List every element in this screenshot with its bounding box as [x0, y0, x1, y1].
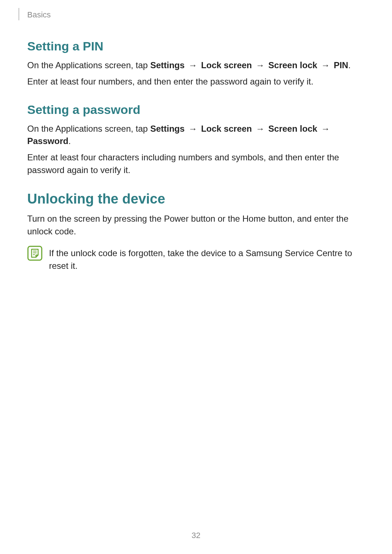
page-number: 32: [0, 531, 392, 540]
arrow-icon: →: [185, 60, 201, 70]
pin-intro-text: On the Applications screen, tap: [27, 60, 150, 70]
pin-instruction-path: On the Applications screen, tap Settings…: [27, 59, 365, 72]
password-intro-text: On the Applications screen, tap: [27, 124, 150, 134]
arrow-icon: →: [252, 60, 268, 70]
pin-path-pin: PIN: [334, 60, 348, 70]
heading-setting-pin: Setting a PIN: [27, 39, 365, 53]
period: .: [68, 136, 71, 146]
password-path-lockscreen: Lock screen: [201, 124, 252, 134]
header-divider: [19, 8, 19, 20]
password-path-settings: Settings: [150, 124, 185, 134]
note-text: If the unlock code is forgotten, take th…: [49, 245, 365, 272]
pin-path-screenlock: Screen lock: [268, 60, 317, 70]
note-block: If the unlock code is forgotten, take th…: [27, 245, 365, 272]
note-icon: [27, 246, 42, 261]
arrow-icon: →: [317, 124, 331, 134]
arrow-icon: →: [185, 124, 201, 134]
unlock-instruction: Turn on the screen by pressing the Power…: [27, 213, 365, 238]
pin-instruction-verify: Enter at least four numbers, and then en…: [27, 75, 365, 88]
password-instruction-verify: Enter at least four characters including…: [27, 151, 365, 177]
heading-unlocking-device: Unlocking the device: [27, 191, 365, 207]
pin-path-lockscreen: Lock screen: [201, 60, 252, 70]
pin-path-settings: Settings: [150, 60, 185, 70]
arrow-icon: →: [317, 60, 334, 70]
heading-setting-password: Setting a password: [27, 103, 365, 117]
breadcrumb: Basics: [27, 10, 51, 20]
password-path-screenlock: Screen lock: [268, 124, 317, 134]
period: .: [348, 60, 351, 70]
password-instruction-path: On the Applications screen, tap Settings…: [27, 123, 365, 148]
page-content: Setting a PIN On the Applications screen…: [27, 36, 365, 272]
password-path-password: Password: [27, 136, 68, 146]
arrow-icon: →: [252, 124, 268, 134]
